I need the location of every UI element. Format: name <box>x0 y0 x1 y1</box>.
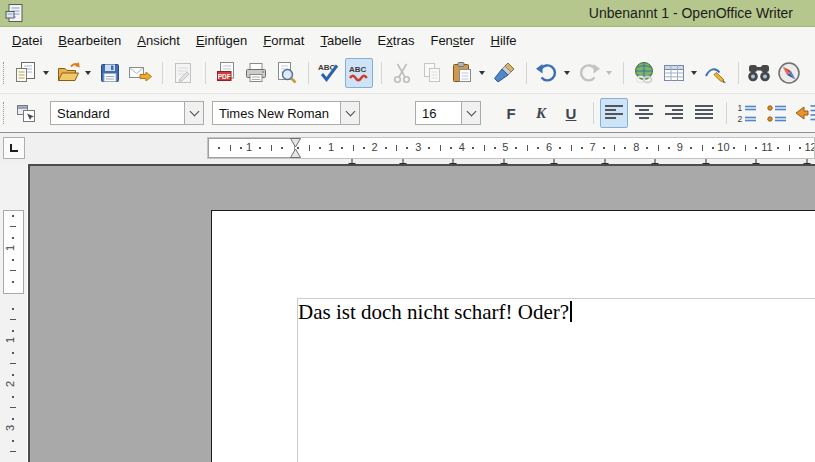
document-view[interactable]: Das ist doch nicht scharf! Oder? <box>28 164 815 462</box>
format-paintbrush-icon <box>492 61 516 85</box>
menu-einfuegen[interactable]: Einfügen <box>188 29 255 52</box>
cut-button[interactable] <box>388 58 416 88</box>
paragraph-style-combobox[interactable]: Standard <box>50 101 204 125</box>
menu-fenster[interactable]: Fenster <box>422 29 482 52</box>
page-preview-button[interactable] <box>272 58 300 88</box>
undo-button[interactable] <box>533 58 561 88</box>
bullet-list-button[interactable] <box>763 98 791 128</box>
font-size-combobox[interactable]: 16 <box>415 101 481 125</box>
align-left-icon <box>602 101 626 125</box>
indent-marker[interactable] <box>290 138 301 158</box>
hyperlink-icon <box>632 61 656 85</box>
ruler-number: 7 <box>590 141 596 153</box>
document-text-line[interactable]: Das ist doch nicht scharf! Oder? <box>298 300 572 325</box>
copy-button[interactable] <box>418 58 446 88</box>
document-text[interactable]: Das ist doch nicht scharf! Oder? <box>298 300 569 324</box>
align-center-button[interactable] <box>630 98 658 128</box>
undo-dropdown[interactable] <box>564 71 570 75</box>
redo-dropdown[interactable] <box>606 71 612 75</box>
toolbar-separator <box>162 62 163 84</box>
align-right-button[interactable] <box>660 98 688 128</box>
styles-window-button[interactable] <box>12 98 40 128</box>
workspace: 1123 Das ist doch nicht scharf! Oder? <box>0 164 815 462</box>
italic-button[interactable]: K <box>527 98 555 128</box>
numbered-list-icon: 1 2 <box>735 101 759 125</box>
toolbar-grip[interactable] <box>3 62 8 84</box>
navigator-button[interactable] <box>775 58 803 88</box>
font-size-dropdown[interactable] <box>461 102 480 124</box>
tab-type-selector-button[interactable] <box>3 137 25 159</box>
justify-button[interactable] <box>690 98 718 128</box>
new-document-icon <box>14 61 38 85</box>
undo-icon <box>535 61 559 85</box>
menu-tabelle[interactable]: Tabelle <box>312 29 369 52</box>
underline-button[interactable]: U <box>557 98 585 128</box>
horizontal-ruler[interactable]: 1123456789101112 <box>207 137 815 159</box>
edit-file-button[interactable] <box>169 58 197 88</box>
edit-file-icon <box>171 61 195 85</box>
text-cursor <box>570 301 572 322</box>
email-button[interactable] <box>126 58 154 88</box>
spellcheck-button[interactable]: ABC <box>315 58 343 88</box>
save-icon <box>98 61 122 85</box>
align-left-button[interactable] <box>600 98 628 128</box>
navigator-icon <box>777 61 801 85</box>
open-icon <box>56 61 80 85</box>
bold-button[interactable]: F <box>497 98 525 128</box>
new-document-dropdown[interactable] <box>43 71 49 75</box>
font-name-dropdown[interactable] <box>340 102 359 124</box>
paste-button[interactable] <box>448 58 476 88</box>
vruler-number: 1 <box>4 337 16 343</box>
toolbar-grip[interactable] <box>3 102 8 124</box>
toolbar-separator <box>381 62 382 84</box>
ruler-number: 6 <box>546 141 552 153</box>
open-button[interactable] <box>54 58 82 88</box>
paste-dropdown[interactable] <box>479 71 485 75</box>
align-center-icon <box>632 101 656 125</box>
numbered-list-button[interactable]: 1 2 <box>733 98 761 128</box>
page-preview-icon <box>274 61 298 85</box>
export-pdf-icon: PDF <box>214 61 238 85</box>
print-button[interactable] <box>242 58 270 88</box>
title-bar[interactable]: Unbenannt 1 - OpenOffice Writer <box>0 0 815 27</box>
redo-button[interactable] <box>575 58 603 88</box>
svg-text:2: 2 <box>738 114 743 124</box>
hyperlink-button[interactable] <box>630 58 658 88</box>
draw-functions-button[interactable] <box>702 58 730 88</box>
chevron-down-icon <box>189 106 199 116</box>
save-button[interactable] <box>96 58 124 88</box>
menu-hilfe[interactable]: Hilfe <box>483 29 525 52</box>
menu-extras[interactable]: Extras <box>370 29 423 52</box>
standard-toolbar: PDF ABC <box>0 53 815 94</box>
svg-text:1: 1 <box>738 103 743 113</box>
menu-bearbeiten[interactable]: Bearbeiten <box>50 29 129 52</box>
ruler-number: 10 <box>717 141 729 153</box>
document-page[interactable]: Das ist doch nicht scharf! Oder? <box>211 210 815 462</box>
menu-ansicht[interactable]: Ansicht <box>129 29 188 52</box>
open-dropdown[interactable] <box>85 71 91 75</box>
new-document-button[interactable] <box>12 58 40 88</box>
font-size-value[interactable]: 16 <box>416 106 461 121</box>
paragraph-style-value[interactable]: Standard <box>51 106 184 121</box>
auto-spellcheck-button[interactable]: ABC <box>345 58 373 88</box>
table-button[interactable] <box>660 58 688 88</box>
toolbar-separator <box>623 62 624 84</box>
ruler-number: 11 <box>761 141 772 153</box>
ruler-margin-number: 1 <box>246 141 252 153</box>
paste-icon <box>450 61 474 85</box>
auto-spellcheck-icon: ABC <box>346 61 372 85</box>
table-dropdown[interactable] <box>691 71 697 75</box>
export-pdf-button[interactable]: PDF <box>212 58 240 88</box>
menu-format[interactable]: Format <box>255 29 312 52</box>
menu-datei[interactable]: Datei <box>4 29 50 52</box>
cut-icon <box>390 61 414 85</box>
find-replace-button[interactable] <box>745 58 773 88</box>
paragraph-style-dropdown[interactable] <box>184 102 203 124</box>
font-name-value[interactable]: Times New Roman <box>213 106 340 121</box>
decrease-indent-button[interactable] <box>793 98 815 128</box>
vertical-ruler[interactable]: 1123 <box>0 164 27 462</box>
bold-label: F <box>506 105 515 122</box>
font-name-combobox[interactable]: Times New Roman <box>212 101 360 125</box>
format-paintbrush-button[interactable] <box>490 58 518 88</box>
ruler-number: 5 <box>502 141 508 153</box>
